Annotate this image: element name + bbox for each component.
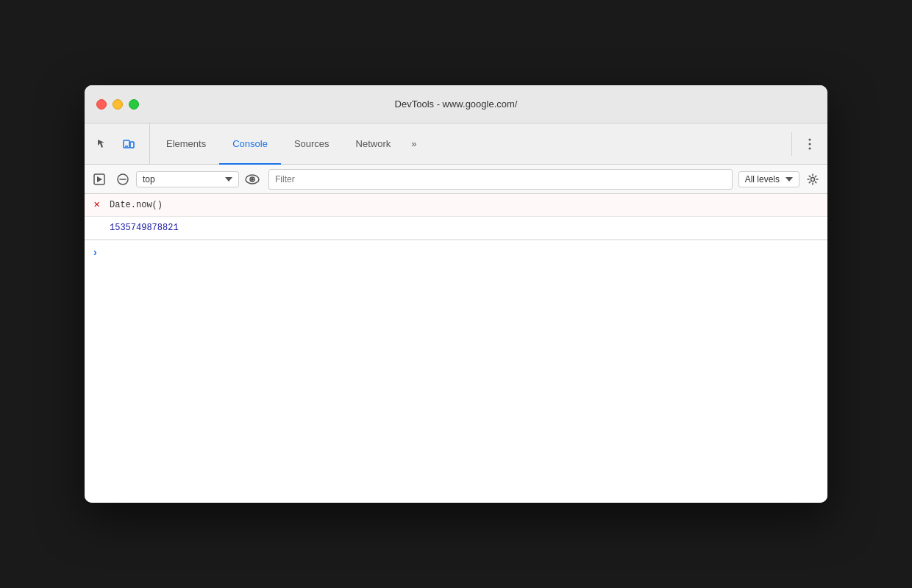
console-settings-button[interactable] xyxy=(802,169,823,190)
clear-console-button[interactable] xyxy=(113,169,133,190)
tab-network[interactable]: Network xyxy=(343,124,405,165)
console-content: ✕ Date.now() 1535749878821 › xyxy=(85,194,827,503)
inspect-element-button[interactable] xyxy=(90,132,114,156)
svg-point-15 xyxy=(811,177,815,181)
console-command-text: Date.now() xyxy=(110,198,163,212)
svg-point-5 xyxy=(809,147,811,149)
title-bar: DevTools - www.google.com/ xyxy=(85,85,827,123)
tab-sources[interactable]: Sources xyxy=(281,124,343,165)
svg-rect-1 xyxy=(130,142,134,148)
run-snippet-button[interactable] xyxy=(89,169,110,190)
svg-point-13 xyxy=(252,178,253,179)
error-icon: ✕ xyxy=(93,200,104,209)
more-options-button[interactable] xyxy=(798,132,822,156)
console-filter-input[interactable] xyxy=(268,169,733,190)
close-button[interactable] xyxy=(96,99,107,110)
input-chevron-icon: › xyxy=(93,246,97,258)
svg-marker-14 xyxy=(785,177,793,182)
minimize-button[interactable] xyxy=(113,99,123,110)
separator xyxy=(791,132,792,156)
svg-point-4 xyxy=(809,143,811,145)
tab-more-button[interactable]: » xyxy=(404,123,424,164)
tab-bar-tools xyxy=(90,123,150,164)
context-selector[interactable]: top xyxy=(136,171,239,187)
window-title: DevTools - www.google.com/ xyxy=(395,98,518,110)
svg-marker-10 xyxy=(225,177,232,182)
svg-point-3 xyxy=(809,138,811,140)
log-levels-selector[interactable]: All levels xyxy=(738,171,799,187)
device-toggle-button[interactable] xyxy=(117,132,140,156)
show-live-expressions-button[interactable] xyxy=(242,169,263,190)
console-command-entry: ✕ Date.now() xyxy=(85,194,827,217)
tab-console[interactable]: Console xyxy=(219,124,281,165)
devtools-window: DevTools - www.google.com/ Elements xyxy=(85,85,827,503)
maximize-button[interactable] xyxy=(129,99,139,110)
tab-bar: Elements Console Sources Network » xyxy=(85,123,827,165)
traffic-lights xyxy=(96,99,139,110)
console-input-row: › xyxy=(85,240,827,264)
console-toolbar: top All levels xyxy=(85,165,827,194)
console-result-value: 1535749878821 xyxy=(93,221,179,234)
console-repl-input[interactable] xyxy=(103,247,819,257)
tab-bar-right xyxy=(788,123,822,164)
tab-elements[interactable]: Elements xyxy=(153,124,219,165)
console-result-entry: 1535749878821 xyxy=(85,217,827,240)
svg-marker-7 xyxy=(97,176,102,182)
